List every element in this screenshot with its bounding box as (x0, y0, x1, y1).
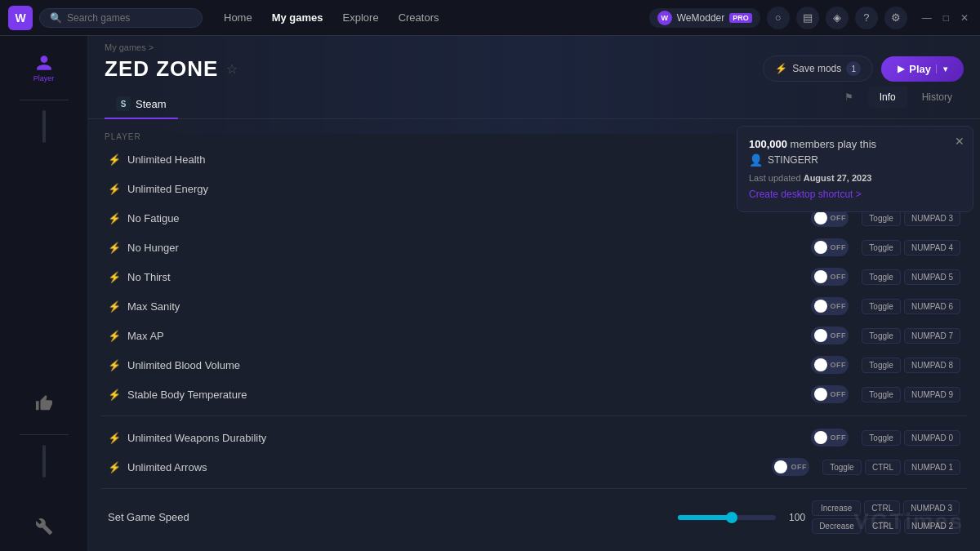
slider-wrapper[interactable]: 100 (678, 512, 805, 523)
window-controls: — □ ✕ (919, 11, 972, 25)
shortcut-3[interactable]: NUMPAD 4 (904, 240, 960, 256)
sidebar-sep-2 (20, 434, 69, 435)
nav-explore[interactable]: Explore (335, 8, 387, 27)
mod-row-unlimited-weapons: ⚡ Unlimited Weapons Durability Toggle NU… (101, 423, 967, 452)
panel-flag-icon: ⚑ (833, 87, 865, 108)
panel-info-tab[interactable]: Info (868, 87, 907, 108)
shortcut-7[interactable]: NUMPAD 8 (904, 358, 960, 373)
toggle-4[interactable] (811, 268, 849, 286)
info-card-close-btn[interactable]: ✕ (955, 135, 964, 148)
toggle-key-4[interactable]: Toggle (862, 269, 901, 285)
increase-ctrl[interactable]: CTRL (864, 500, 900, 516)
decrease-label[interactable]: Decrease (812, 518, 862, 534)
app-logo[interactable]: W (8, 6, 33, 30)
toggle-key-10[interactable]: Toggle (822, 460, 862, 475)
toggle-key-6[interactable]: Toggle (862, 328, 901, 344)
slider-thumb[interactable] (726, 512, 737, 523)
toggle-9[interactable] (811, 429, 849, 447)
platform-steam-tab[interactable]: S Steam (105, 90, 178, 119)
topnav: W 🔍 Home My games Explore Creators W WeM… (0, 0, 980, 36)
toggle-key-3[interactable]: Toggle (862, 240, 901, 256)
save-mods-label: Save mods (792, 63, 841, 74)
nav-mygames[interactable]: My games (264, 8, 332, 27)
key-group-10: Toggle CTRL NUMPAD 1 (822, 460, 960, 475)
info-card: ✕ 100,000 members play this 👤 STINGERR L… (737, 126, 973, 212)
maximize-btn[interactable]: □ (940, 11, 952, 25)
minimize-btn[interactable]: — (919, 11, 935, 25)
mod-separator-2 (101, 488, 967, 489)
toggle-key-5[interactable]: Toggle (862, 299, 901, 314)
toggle-key-8[interactable]: Toggle (862, 387, 901, 402)
toggle-key-7[interactable]: Toggle (862, 358, 901, 373)
settings-btn[interactable]: ⚙ (884, 7, 907, 29)
shortcut-2[interactable]: NUMPAD 3 (904, 211, 960, 226)
mod-name-7: Unlimited Blood Volume (127, 359, 804, 371)
toggle-7[interactable] (811, 356, 849, 374)
toggle-10[interactable] (772, 458, 809, 476)
updated-label: Last updated (749, 173, 801, 183)
sidebar-scrollbar-2 (42, 445, 46, 478)
close-btn[interactable]: ✕ (957, 11, 972, 25)
save-count-badge: 1 (846, 61, 861, 76)
nav-creators[interactable]: Creators (390, 8, 448, 27)
toggle-5[interactable] (811, 297, 849, 315)
toggle-6[interactable] (811, 327, 849, 344)
panel-history-tab[interactable]: History (911, 87, 964, 108)
info-username: STINGERR (768, 154, 818, 166)
discord-btn[interactable]: ◈ (826, 7, 849, 29)
mod-name-4: No Thirst (127, 271, 804, 283)
content: My games > ZED ZONE ☆ ⚡ Save mods 1 ▶ Pl… (88, 36, 980, 551)
favorite-icon[interactable]: ☆ (226, 61, 238, 77)
mod-row-unlimited-blood: ⚡ Unlimited Blood Volume Toggle NUMPAD 8 (101, 350, 967, 380)
bolt-icon-8: ⚡ (108, 389, 121, 401)
game-header: ZED ZONE ☆ ⚡ Save mods 1 ▶ Play ▾ (88, 52, 980, 90)
decrease-row: Decrease CTRL NUMPAD 2 (812, 518, 960, 534)
play-button[interactable]: ▶ Play ▾ (881, 56, 964, 82)
bolt-icon-9: ⚡ (108, 432, 121, 444)
toggle-3[interactable] (811, 238, 849, 256)
mod-name-8: Stable Body Temperature (127, 389, 804, 401)
search-input[interactable] (67, 12, 181, 24)
save-mods-button[interactable]: ⚡ Save mods 1 (763, 56, 873, 82)
decrease-ctrl[interactable]: CTRL (865, 518, 901, 534)
mod-row-no-hunger: ⚡ No Hunger Toggle NUMPAD 4 (101, 233, 967, 262)
toggle-key-9[interactable]: Toggle (862, 430, 901, 446)
breadcrumb-mygames[interactable]: My games (105, 42, 146, 52)
search-bar[interactable]: 🔍 (39, 8, 203, 28)
shortcut-10b[interactable]: NUMPAD 1 (904, 460, 960, 475)
increase-label[interactable]: Increase (812, 500, 861, 516)
shortcut-8[interactable]: NUMPAD 9 (904, 387, 960, 402)
steam-icon: S (116, 96, 131, 111)
info-members: 100,000 members play this (749, 138, 961, 150)
play-dropdown-icon[interactable]: ▾ (936, 64, 947, 73)
shortcut-6[interactable]: NUMPAD 7 (904, 328, 960, 344)
desktop-shortcut-link[interactable]: Create desktop shortcut > (749, 189, 862, 200)
platform-steam-label: Steam (136, 98, 167, 110)
slider-name: Set Game Speed (108, 511, 671, 523)
mod-name-5: Max Sanity (127, 300, 804, 313)
mod-name-2: No Fatigue (127, 212, 804, 224)
sidebar-item-tools[interactable] (16, 502, 73, 551)
decrease-numpad[interactable]: NUMPAD 2 (904, 518, 960, 534)
avatar-btn[interactable]: ○ (767, 7, 790, 29)
shortcut-4[interactable]: NUMPAD 5 (904, 269, 960, 285)
nav-home[interactable]: Home (216, 8, 261, 27)
mod-name-10: Unlimited Arrows (127, 461, 765, 473)
slider-track[interactable] (678, 515, 776, 520)
bolt-icon-5: ⚡ (108, 300, 121, 313)
toggle-8[interactable] (811, 385, 849, 403)
wemodder-badge[interactable]: W WeModder PRO (649, 8, 760, 28)
increase-numpad[interactable]: NUMPAD 3 (903, 500, 960, 516)
sidebar-item-player[interactable]: Player (16, 44, 73, 93)
library-btn[interactable]: ▤ (796, 7, 819, 29)
key-group-4: Toggle NUMPAD 5 (862, 269, 960, 285)
mods-layout: Player ⚡ Unlimited Health Toggle NUMPAD … (88, 119, 980, 551)
sidebar-item-thumbsup[interactable] (16, 380, 73, 429)
bolt-icon-10: ⚡ (108, 461, 121, 473)
help-btn[interactable]: ? (855, 7, 878, 29)
toggle-key-2[interactable]: Toggle (862, 211, 901, 226)
shortcut-10a[interactable]: CTRL (865, 460, 901, 475)
shortcut-5[interactable]: NUMPAD 6 (904, 299, 960, 314)
shortcut-9[interactable]: NUMPAD 0 (904, 430, 960, 446)
breadcrumb: My games > (88, 36, 980, 52)
